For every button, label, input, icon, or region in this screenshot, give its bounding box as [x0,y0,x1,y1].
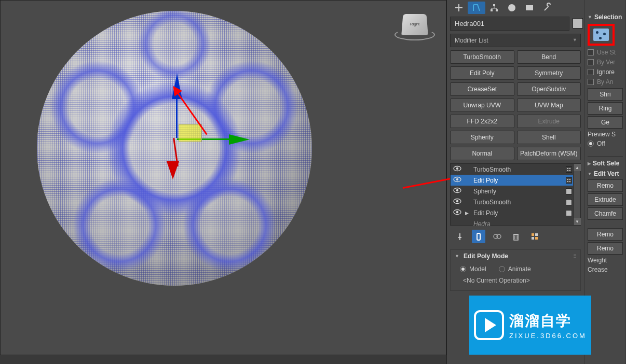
motion-tab-icon[interactable] [503,2,521,14]
vertex-subobject-icon[interactable] [593,29,609,41]
modifier-button[interactable]: OpenSubdiv [517,82,581,96]
by-vertex-checkbox[interactable]: By Ver [588,59,625,66]
modifier-button[interactable]: FFD 2x2x2 [450,115,514,128]
svg-point-9 [508,4,515,11]
modifier-button[interactable]: Spherify [450,131,514,144]
stack-item[interactable]: TurboSmooth [451,197,574,207]
radio-on-icon [460,266,466,272]
object-color-swatch[interactable] [573,18,583,29]
radio-off-icon [499,266,505,272]
display-tab-icon[interactable] [521,2,538,14]
rollout-title[interactable]: Edit Poly Mode [451,250,580,262]
hierarchy-tab-icon[interactable] [485,2,503,14]
modifier-button[interactable]: UVW Map [517,99,581,112]
ring-button[interactable]: Ring [588,102,623,115]
animate-label: Animate [508,265,531,273]
modifier-button[interactable]: Bend [517,50,581,64]
modifier-buttons-grid: TurboSmoothBendEdit PolySymmetryCreaseSe… [450,50,581,160]
stack-item-flag-icon[interactable] [566,210,572,216]
weight-label: Weight [588,257,625,264]
modifier-button[interactable]: Shell [517,131,581,144]
rollout-drag-icon[interactable]: ⠿ [573,254,577,259]
viewcube[interactable]: Right [394,8,436,39]
model-label: Model [469,265,486,273]
visibility-eye-icon[interactable] [453,176,462,184]
stack-item[interactable]: TurboSmooth [451,164,574,175]
show-end-result-icon[interactable] [472,230,485,243]
gizmo-x-arrow[interactable] [167,161,179,179]
crease-label: Crease [588,266,625,273]
remove-button-3[interactable]: Remo [588,242,623,255]
create-tab-icon[interactable] [450,2,468,14]
modifier-button[interactable]: CreaseSet [450,82,514,96]
stack-item-flag-icon[interactable] [566,166,572,173]
modifier-button[interactable]: Extrude [517,115,581,128]
remove-button-2[interactable]: Remo [588,228,623,241]
visibility-eye-icon[interactable] [453,165,462,173]
viewport[interactable]: Right [0,0,446,355]
selection-rollout-header[interactable]: Selection [588,13,625,21]
modifier-button[interactable]: PatchDeform (WSM) [517,147,581,160]
remove-button-1[interactable]: Remo [588,179,623,192]
modifier-button[interactable]: Symmetry [517,66,581,80]
edit-poly-mode-rollout: Edit Poly Mode ⠿ Model Animate <No Curre… [450,249,581,291]
modifier-list-dropdown[interactable]: Modifier List [450,34,581,47]
modifier-button[interactable]: Unwrap UVW [450,99,514,112]
make-unique-icon[interactable] [491,230,504,243]
scroll-up-icon[interactable]: ▲ [574,164,581,171]
model-radio[interactable]: Model [460,265,486,273]
gizmo-z-axis[interactable] [176,96,178,138]
svg-point-23 [497,234,501,239]
play-icon [474,310,504,340]
visibility-eye-icon[interactable] [453,187,462,195]
stack-item[interactable]: Spherify [451,186,574,197]
chamfer-button[interactable]: Chamfe [588,207,623,220]
by-angle-checkbox[interactable]: By An [588,78,625,86]
shrink-button[interactable]: Shri [588,88,623,101]
gizmo-y-arrow[interactable] [229,134,250,145]
visibility-eye-icon[interactable] [453,198,462,206]
modify-tab-icon[interactable] [468,2,485,14]
object-name-input[interactable] [450,17,569,31]
gizmo-xy-plane[interactable] [179,124,202,142]
scroll-down-icon[interactable]: ▼ [574,218,581,225]
modifier-button[interactable]: Edit Poly [450,66,514,80]
svg-point-16 [456,189,458,191]
modifier-button[interactable]: TurboSmooth [450,50,514,64]
stack-item-flag-icon[interactable] [566,199,572,205]
get-button[interactable]: Ge [588,116,623,129]
stack-item[interactable]: Hedra [451,218,574,229]
stack-item-flag-icon[interactable] [566,177,572,184]
viewcube-ring[interactable] [394,29,435,40]
pin-stack-icon[interactable] [453,230,467,243]
off-radio[interactable]: Off [588,140,625,147]
expand-arrow-icon[interactable]: ▶ [465,211,470,216]
modifier-button[interactable]: Normal [450,147,514,160]
extrude-button[interactable]: Extrude [588,193,623,206]
svg-point-18 [456,200,458,202]
watermark-en: ZIXUE.3D66.COM [509,332,587,340]
svg-rect-10 [526,5,533,10]
edit-vertices-header[interactable]: Edit Vert [588,170,625,177]
stack-item-label: Edit Poly [473,177,563,184]
remove-modifier-icon[interactable] [509,230,523,243]
vertex-selection-highlight [588,24,615,46]
modifier-stack: TurboSmoothEdit PolySpherifyTurboSmooth▶… [450,163,581,226]
utilities-tab-icon[interactable] [538,2,556,14]
ignore-backfacing-checkbox[interactable]: Ignore [588,68,625,76]
stack-item-label: TurboSmooth [473,166,563,173]
configure-sets-icon[interactable] [528,230,541,243]
stack-scrollbar[interactable]: ▲ ▼ [573,164,580,225]
animate-radio[interactable]: Animate [499,265,531,273]
visibility-eye-icon[interactable] [453,209,462,217]
stack-item[interactable]: Edit Poly [451,175,574,186]
svg-point-14 [456,178,458,180]
svg-point-20 [456,211,458,213]
soft-selection-header[interactable]: Soft Sele [588,160,625,167]
stack-item[interactable]: ▶Edit Poly [451,207,574,218]
stack-item-label: Edit Poly [473,209,563,217]
watermark-cn: 溜溜自学 [509,311,587,331]
stack-item-label: TurboSmooth [473,199,563,206]
stack-item-flag-icon[interactable] [566,188,572,194]
use-stack-checkbox[interactable]: Use St [588,49,625,56]
